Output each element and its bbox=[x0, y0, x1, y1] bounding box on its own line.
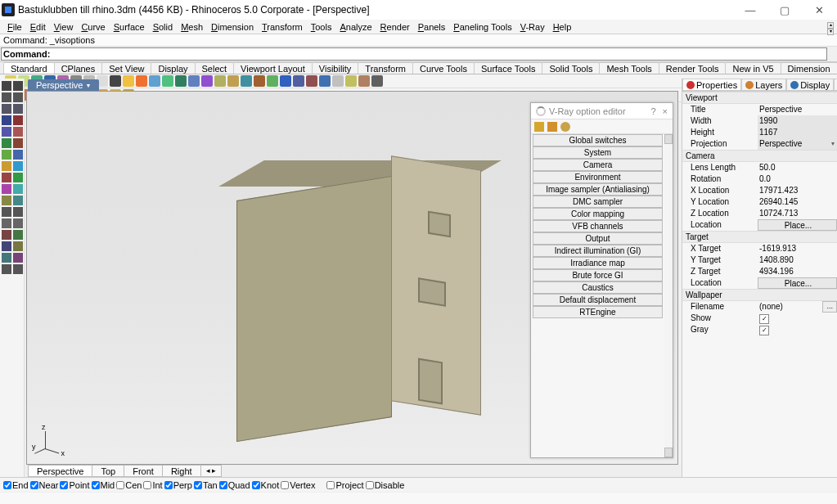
view-tab-front[interactable]: Front bbox=[124, 465, 163, 477]
vray-section-vfb-channels[interactable]: VFB channels bbox=[533, 220, 663, 232]
prop-value[interactable]: Place... bbox=[758, 277, 837, 289]
menu-tools[interactable]: Tools bbox=[307, 20, 336, 34]
vray-scrollbar[interactable] bbox=[664, 134, 673, 457]
toolbox-icon[interactable] bbox=[13, 161, 23, 171]
prop-value[interactable]: (none) bbox=[758, 301, 837, 313]
osnap-disable[interactable]: Disable bbox=[366, 480, 405, 490]
vray-reset-icon[interactable] bbox=[560, 122, 570, 132]
menu-dimension[interactable]: Dimension bbox=[207, 20, 258, 34]
toolbox-icon[interactable] bbox=[2, 207, 11, 217]
toolbox-icon[interactable] bbox=[2, 230, 11, 240]
osnap-int[interactable]: Int bbox=[143, 480, 162, 490]
toolbar-tab-render-tools[interactable]: Render Tools bbox=[659, 62, 727, 74]
toolbar-tab-standard[interactable]: Standard bbox=[3, 62, 55, 74]
toolbar-tab-surface-tools[interactable]: Surface Tools bbox=[474, 62, 542, 74]
toolbox-icon[interactable] bbox=[2, 196, 11, 205]
vray-section-global-switches[interactable]: Global switches bbox=[533, 134, 663, 146]
viewport-tab[interactable]: Perspective▼ bbox=[28, 79, 99, 91]
menu-curve[interactable]: Curve bbox=[77, 20, 109, 34]
toolbar-tab-display[interactable]: Display bbox=[151, 62, 195, 74]
osnap-vertex[interactable]: Vertex bbox=[281, 480, 315, 490]
toolbox-icon[interactable] bbox=[2, 218, 11, 228]
viewport[interactable]: zxy V-Ray option editor ?× Global switch… bbox=[26, 91, 678, 465]
command-scroll[interactable]: ▴▾ bbox=[827, 22, 834, 35]
osnap-end[interactable]: End bbox=[3, 480, 29, 490]
osnap-point[interactable]: Point bbox=[60, 480, 89, 490]
vray-section-indirect-illumination-gi-[interactable]: Indirect illumination (GI) bbox=[533, 245, 663, 257]
toolbox-icon[interactable] bbox=[2, 161, 11, 171]
toolbox-icon[interactable] bbox=[2, 81, 11, 91]
osnap-cen[interactable]: Cen bbox=[116, 480, 142, 490]
toolbar-tab-set-view[interactable]: Set View bbox=[101, 62, 151, 74]
prop-value[interactable]: -1619.913 bbox=[758, 243, 837, 254]
toolbox-icon[interactable] bbox=[2, 150, 11, 160]
osnap-knot[interactable]: Knot bbox=[252, 480, 280, 490]
osnap-checkbox[interactable] bbox=[252, 481, 260, 489]
toolbar-tab-dimension[interactable]: Dimension bbox=[781, 62, 837, 74]
toolbar-tab-new-in-v5[interactable]: New in V5 bbox=[725, 62, 781, 74]
panel-tab-display[interactable]: Display bbox=[786, 79, 834, 91]
menu-mesh[interactable]: Mesh bbox=[177, 20, 207, 34]
menu-panels[interactable]: Panels bbox=[414, 20, 450, 34]
prop-value[interactable]: 4934.196 bbox=[758, 266, 837, 277]
view-tab-right[interactable]: Right bbox=[162, 465, 201, 477]
osnap-checkbox[interactable] bbox=[219, 481, 227, 489]
toolbox-icon[interactable] bbox=[13, 150, 23, 160]
osnap-project[interactable]: Project bbox=[326, 480, 363, 490]
toolbox-icon[interactable] bbox=[2, 264, 11, 274]
toolbox-icon[interactable] bbox=[13, 230, 23, 240]
menu-help[interactable]: Help bbox=[549, 20, 576, 34]
vray-open-icon[interactable] bbox=[547, 122, 557, 132]
vray-section-irradiance-map[interactable]: Irradiance map bbox=[533, 257, 663, 269]
vray-section-system[interactable]: System bbox=[533, 146, 663, 159]
command-line[interactable]: Command: bbox=[1, 47, 827, 61]
toolbox-icon[interactable] bbox=[13, 253, 23, 263]
menu-edit[interactable]: Edit bbox=[26, 20, 50, 34]
close-button[interactable]: ✕ bbox=[808, 2, 830, 17]
toolbar-tab-cplanes[interactable]: CPlanes bbox=[54, 62, 103, 74]
command-input[interactable] bbox=[52, 49, 826, 59]
vray-options-panel[interactable]: V-Ray option editor ?× Global switchesSy… bbox=[530, 102, 673, 458]
vray-section-brute-force-gi[interactable]: Brute force GI bbox=[533, 269, 663, 281]
toolbar-tab-viewport-layout[interactable]: Viewport Layout bbox=[233, 62, 313, 74]
prop-value[interactable]: 17971.423 bbox=[758, 185, 837, 196]
toolbox-icon[interactable] bbox=[13, 92, 23, 102]
vray-section-dmc-sampler[interactable]: DMC sampler bbox=[533, 196, 663, 208]
toolbar-tab-solid-tools[interactable]: Solid Tools bbox=[542, 62, 600, 74]
vray-save-icon[interactable] bbox=[534, 122, 544, 132]
menu-surface[interactable]: Surface bbox=[110, 20, 149, 34]
toolbox-icon[interactable] bbox=[2, 138, 11, 148]
osnap-checkbox[interactable] bbox=[116, 481, 124, 489]
toolbar-tab-select[interactable]: Select bbox=[195, 62, 235, 74]
vray-section-default-displacement[interactable]: Default displacement bbox=[533, 294, 663, 306]
osnap-mid[interactable]: Mid bbox=[92, 480, 115, 490]
toolbox-icon[interactable] bbox=[13, 173, 23, 182]
toolbox-icon[interactable] bbox=[2, 104, 11, 114]
osnap-checkbox[interactable] bbox=[164, 481, 173, 489]
vray-help-icon[interactable]: ? bbox=[650, 106, 655, 116]
vray-close-icon[interactable]: × bbox=[663, 106, 668, 116]
osnap-tan[interactable]: Tan bbox=[194, 480, 218, 490]
toolbar-tab-curve-tools[interactable]: Curve Tools bbox=[412, 62, 475, 74]
panel-tab-properties[interactable]: Properties bbox=[682, 79, 741, 91]
menu-file[interactable]: File bbox=[3, 20, 26, 34]
toolbar-tab-mesh-tools[interactable]: Mesh Tools bbox=[599, 62, 659, 74]
view-tab-perspective[interactable]: Perspective bbox=[28, 465, 92, 477]
toolbox-icon[interactable] bbox=[13, 127, 23, 137]
panel-tab-help[interactable]: Help bbox=[834, 79, 837, 91]
maximize-button[interactable]: ▢ bbox=[773, 2, 796, 17]
toolbox-icon[interactable] bbox=[2, 184, 11, 194]
toolbox-icon[interactable] bbox=[2, 253, 11, 263]
menu-v-ray[interactable]: V-Ray bbox=[516, 20, 549, 34]
menu-transform[interactable]: Transform bbox=[258, 20, 307, 34]
prop-value[interactable] bbox=[758, 313, 837, 324]
prop-value[interactable]: Place... bbox=[758, 219, 837, 231]
prop-value[interactable]: Perspective bbox=[758, 138, 837, 150]
osnap-checkbox[interactable] bbox=[30, 481, 38, 489]
toolbox-icon[interactable] bbox=[13, 104, 23, 114]
vray-section-caustics[interactable]: Caustics bbox=[533, 281, 663, 294]
osnap-checkbox[interactable] bbox=[281, 481, 289, 489]
vray-section-output[interactable]: Output bbox=[533, 232, 663, 245]
osnap-checkbox[interactable] bbox=[143, 481, 151, 489]
toolbox-icon[interactable] bbox=[13, 241, 23, 251]
